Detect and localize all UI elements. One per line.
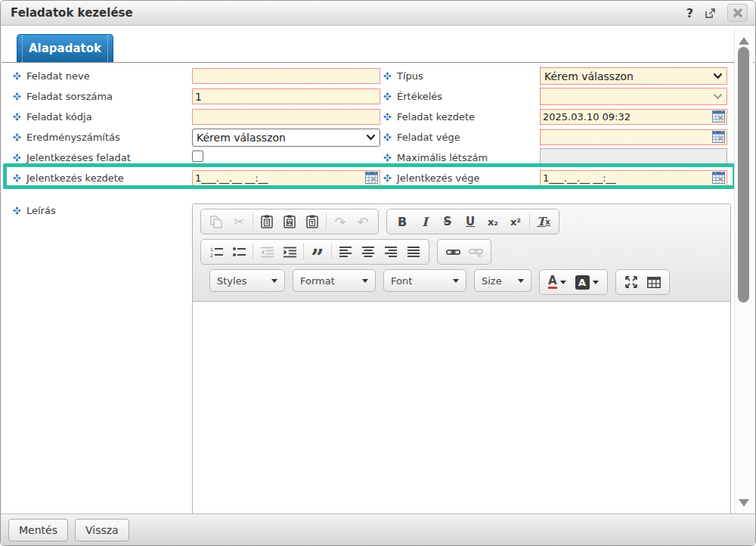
chevron-down-icon bbox=[560, 281, 566, 284]
scroll-down-icon[interactable] bbox=[739, 499, 749, 507]
svg-text:W: W bbox=[287, 220, 293, 226]
copy-icon[interactable] bbox=[205, 211, 228, 232]
align-center-icon[interactable] bbox=[357, 241, 380, 262]
field-icon bbox=[383, 154, 392, 162]
styles-dropdown[interactable]: Styles bbox=[209, 269, 285, 292]
align-right-icon[interactable] bbox=[380, 241, 402, 262]
font-dropdown[interactable]: Font bbox=[383, 269, 466, 292]
jelentkezes-kezdete-field bbox=[192, 170, 380, 186]
scrollbar bbox=[734, 28, 753, 513]
feladat-sorszama-input[interactable] bbox=[192, 88, 380, 104]
tab-strip-line bbox=[2, 62, 754, 63]
form-row: Feladat sorszáma Értékelés bbox=[2, 86, 732, 107]
rich-text-editor: ✂ W T ↷ ↶ B I S U x₂ bbox=[192, 203, 731, 514]
remove-format-icon[interactable]: Tx bbox=[532, 211, 555, 232]
chevron-down-icon bbox=[713, 73, 723, 79]
bg-color-button[interactable]: A bbox=[571, 271, 603, 293]
close-icon[interactable] bbox=[727, 4, 748, 22]
field-label: Eredményszámítás bbox=[26, 132, 120, 143]
eredmenyszamitas-select[interactable]: Kérem válasszon bbox=[192, 129, 380, 147]
paste-from-word-icon[interactable]: W bbox=[278, 211, 301, 232]
form-row: Jelentkezéses feladat Maximális létszám bbox=[2, 147, 732, 168]
feladat-neve-input[interactable] bbox=[192, 68, 380, 84]
calendar-icon[interactable] bbox=[365, 172, 379, 185]
feladat-vege-input[interactable] bbox=[541, 132, 712, 143]
field-icon bbox=[13, 133, 21, 141]
chevron-down-icon bbox=[453, 279, 459, 283]
field-label: Értékelés bbox=[397, 91, 442, 102]
cut-icon[interactable]: ✂ bbox=[228, 211, 250, 232]
feladat-kezdete-field bbox=[540, 109, 727, 125]
description-label-row: Leírás bbox=[13, 205, 56, 216]
form-row: Jelentkezés kezdete Jelentkezés vége bbox=[2, 168, 732, 188]
chevron-down-icon bbox=[713, 93, 723, 100]
field-icon bbox=[383, 174, 392, 182]
maximize-icon[interactable] bbox=[620, 271, 643, 293]
jelentkezes-vege-input[interactable] bbox=[541, 172, 712, 184]
unlink-icon[interactable] bbox=[464, 241, 487, 262]
maximalis-letszam-input bbox=[540, 148, 727, 164]
text-color-button[interactable]: A bbox=[544, 271, 571, 293]
size-dropdown[interactable]: Size bbox=[474, 269, 531, 292]
chevron-down-icon bbox=[271, 279, 277, 283]
form-row: Feladat kódja Feladat kezdete bbox=[2, 107, 732, 127]
jelentkezes-kezdete-input[interactable] bbox=[193, 172, 365, 184]
undo-icon[interactable]: ↶ bbox=[352, 211, 374, 232]
field-icon bbox=[13, 113, 21, 121]
back-button[interactable]: Vissza bbox=[75, 519, 129, 541]
svg-text:1: 1 bbox=[210, 247, 213, 252]
field-icon bbox=[13, 154, 21, 162]
feladat-kodja-input[interactable] bbox=[192, 109, 380, 125]
open-in-new-window-icon[interactable] bbox=[705, 8, 716, 19]
calendar-icon[interactable] bbox=[712, 131, 726, 144]
align-left-icon[interactable] bbox=[334, 241, 357, 262]
scrollbar-thumb[interactable] bbox=[738, 47, 749, 302]
dialog-title: Feladatok kezelése bbox=[11, 6, 133, 20]
tab-alapadatok[interactable]: Alapadatok bbox=[17, 34, 113, 62]
format-dropdown[interactable]: Format bbox=[293, 269, 376, 292]
increase-indent-icon[interactable] bbox=[278, 241, 301, 262]
subscript-icon[interactable]: x₂ bbox=[482, 211, 504, 232]
svg-text:2: 2 bbox=[210, 253, 213, 258]
redo-icon[interactable]: ↷ bbox=[329, 211, 352, 232]
field-label: Típus bbox=[397, 70, 423, 82]
help-icon[interactable]: ? bbox=[686, 6, 693, 20]
feladat-kezdete-input[interactable] bbox=[541, 111, 712, 123]
titlebar[interactable]: Feladatok kezelése ? bbox=[1, 1, 755, 26]
numbered-list-icon[interactable]: 12 bbox=[205, 241, 228, 262]
calendar-icon[interactable] bbox=[712, 110, 726, 123]
chevron-down-icon bbox=[593, 281, 599, 284]
field-icon bbox=[383, 72, 392, 80]
justify-icon[interactable] bbox=[402, 241, 425, 262]
table-icon[interactable] bbox=[643, 271, 665, 293]
underline-icon[interactable]: U bbox=[459, 211, 482, 232]
paste-icon[interactable] bbox=[256, 211, 278, 232]
bulleted-list-icon[interactable] bbox=[228, 241, 250, 262]
ertekeles-select[interactable] bbox=[540, 88, 727, 105]
field-icon bbox=[13, 174, 21, 182]
blockquote-icon[interactable]: ” bbox=[306, 241, 329, 262]
superscript-icon[interactable]: x² bbox=[504, 211, 527, 232]
save-button[interactable]: Mentés bbox=[8, 519, 68, 541]
italic-icon[interactable]: I bbox=[414, 211, 436, 232]
decrease-indent-icon[interactable] bbox=[256, 241, 278, 262]
editor-content[interactable] bbox=[193, 302, 730, 513]
field-label: Feladat kódja bbox=[26, 111, 92, 123]
link-icon[interactable] bbox=[442, 241, 464, 262]
field-label: Maximális létszám bbox=[397, 152, 488, 163]
dialog-window: Feladatok kezelése ? Alapadatok Feladat … bbox=[0, 0, 756, 546]
tipus-select[interactable]: Kérem válasszon bbox=[540, 67, 727, 85]
field-label: Feladat neve bbox=[26, 70, 90, 82]
strikethrough-icon[interactable]: S bbox=[436, 211, 459, 232]
calendar-icon[interactable] bbox=[712, 172, 726, 185]
jelentkezeses-feladat-checkbox[interactable] bbox=[192, 150, 203, 162]
scroll-up-icon[interactable] bbox=[739, 37, 749, 45]
field-icon bbox=[383, 133, 392, 141]
bold-icon[interactable]: B bbox=[391, 211, 414, 232]
chevron-down-icon bbox=[518, 279, 524, 283]
footer-bar: Mentés Vissza bbox=[1, 513, 755, 545]
field-icon bbox=[13, 206, 21, 215]
field-label: Leírás bbox=[26, 205, 56, 216]
field-label: Feladat vége bbox=[397, 132, 460, 143]
paste-as-text-icon[interactable]: T bbox=[301, 211, 324, 232]
